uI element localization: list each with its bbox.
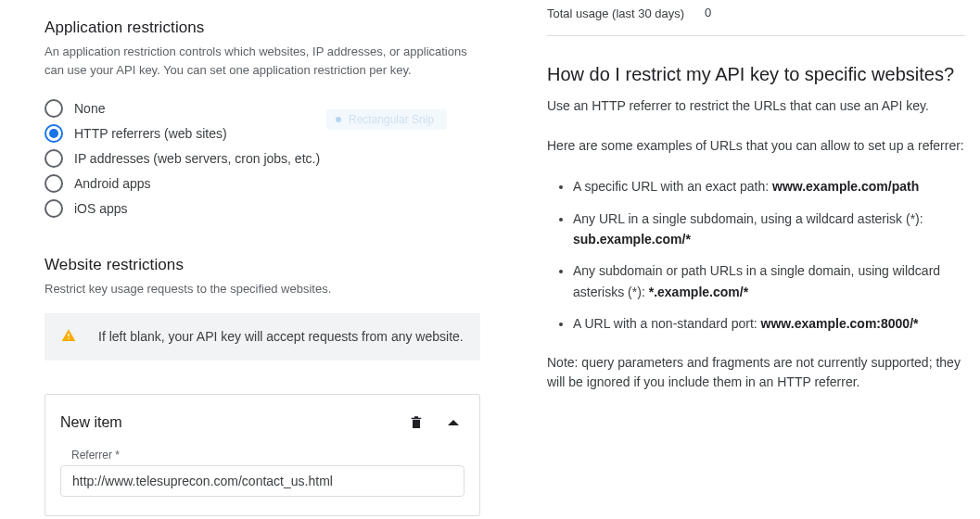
restriction-radio-1[interactable]: HTTP referrers (web sites): [45, 120, 480, 146]
blank-warning-banner: If left blank, your API key will accept …: [45, 313, 480, 361]
restriction-radio-4[interactable]: iOS apps: [45, 196, 480, 221]
help-p1: Use an HTTP referrer to restrict the URL…: [547, 96, 965, 116]
radio-icon: [45, 149, 63, 168]
restriction-radio-group: NoneHTTP referrers (web sites)IP address…: [45, 95, 480, 221]
usage-row: Total usage (last 30 days) 0: [547, 6, 965, 36]
radio-icon: [45, 174, 63, 193]
help-example-item: Any subdomain or path URLs in a single d…: [573, 260, 965, 302]
collapse-button[interactable]: [442, 411, 465, 434]
help-example-item: A URL with a non-standard port: www.exam…: [573, 313, 965, 334]
new-item-title: New item: [60, 414, 390, 431]
help-example-item: Any URL in a single subdomain, using a w…: [573, 209, 965, 250]
radio-icon: [45, 99, 63, 118]
restriction-radio-2[interactable]: IP addresses (web servers, cron jobs, et…: [45, 146, 480, 171]
radio-label: None: [74, 101, 105, 116]
referrer-input[interactable]: [60, 465, 465, 497]
help-examples-list: A specific URL with an exact path: www.e…: [547, 176, 965, 334]
usage-label: Total usage (last 30 days): [547, 6, 705, 22]
warning-icon: [61, 328, 76, 346]
help-title: How do I restrict my API key to specific…: [547, 64, 965, 85]
website-restrictions-subtitle: Restrict key usage requests to the speci…: [45, 280, 480, 298]
radio-label: HTTP referrers (web sites): [74, 126, 227, 141]
referrer-label: Referrer *: [60, 449, 465, 462]
radio-label: IP addresses (web servers, cron jobs, et…: [74, 151, 320, 166]
usage-value: 0: [705, 6, 711, 22]
help-note: Note: query parameters and fragments are…: [547, 353, 965, 392]
radio-icon: [45, 199, 63, 218]
restriction-radio-0[interactable]: None: [45, 95, 480, 120]
new-item-card: New item Referrer *: [45, 394, 480, 516]
radio-icon: [45, 124, 63, 143]
trash-icon: [409, 414, 424, 431]
delete-button[interactable]: [405, 411, 427, 434]
chevron-up-icon: [445, 414, 462, 431]
radio-label: iOS apps: [74, 201, 128, 216]
help-example-item: A specific URL with an exact path: www.e…: [573, 176, 965, 196]
radio-label: Android apps: [74, 176, 151, 191]
restriction-radio-3[interactable]: Android apps: [45, 171, 480, 196]
banner-text: If left blank, your API key will accept …: [98, 329, 464, 344]
app-restrictions-desc: An application restriction controls whic…: [45, 43, 480, 79]
website-restrictions-title: Website restrictions: [45, 256, 480, 274]
help-p2: Here are some examples of URLs that you …: [547, 136, 965, 156]
app-restrictions-title: Application restrictions: [45, 19, 480, 37]
